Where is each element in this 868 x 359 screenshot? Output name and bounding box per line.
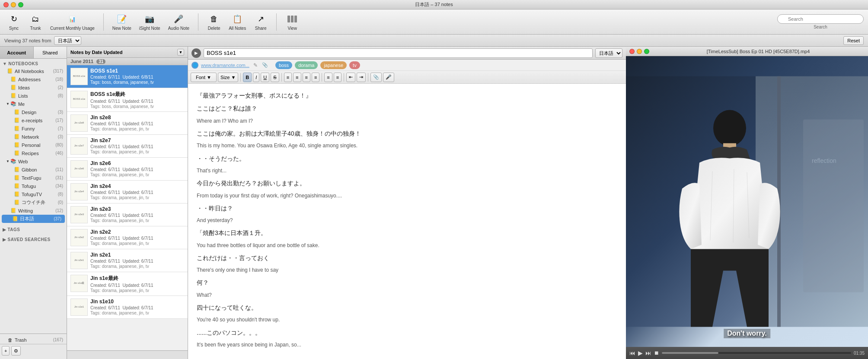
note-url[interactable]: www.dramanote.com... <box>201 63 249 68</box>
fast-forward-button[interactable]: ⏭ <box>645 349 651 356</box>
sidebar-item-lists[interactable]: 📒 Lists (8) <box>0 92 67 100</box>
notes-sort-button[interactable]: ▼ <box>177 49 184 56</box>
stop-button[interactable]: ⏹ <box>654 350 659 356</box>
content-japanese: 『最強アラフォー女刑事、ボスになる！』 <box>197 91 617 100</box>
note-item-0[interactable]: BOSS s1e BOSS s1e1 Created: 6/7/11 Updat… <box>67 65 188 88</box>
sidebar-item-web[interactable]: ▼ 📚 Web <box>0 157 67 165</box>
maximize-button[interactable] <box>18 2 23 7</box>
isight-note-button[interactable]: 📷 iSight Note <box>137 11 163 32</box>
mic-button[interactable]: 🎤 <box>383 73 394 82</box>
tag-boss[interactable]: boss <box>275 61 292 69</box>
content-english: There's only one thing I have to say <box>197 266 617 274</box>
sidebar-item-funny[interactable]: 📒 Funny (7) <box>0 124 67 133</box>
sidebar-item-network[interactable]: 📒 Network (3) <box>0 133 67 141</box>
notebook-stack-icon: 📚 <box>10 159 16 165</box>
strikethrough-button[interactable]: S <box>271 73 279 82</box>
sidebar-item-design[interactable]: 📒 Design (3) <box>0 108 67 116</box>
ol-list-button[interactable]: ≡ <box>334 73 341 82</box>
edit-url-button[interactable]: ✎ <box>252 62 259 69</box>
minimize-button[interactable] <box>11 2 16 7</box>
close-button[interactable] <box>3 2 9 7</box>
view-button[interactable]: View <box>283 11 302 32</box>
account-tab[interactable]: Account <box>0 47 34 58</box>
sidebar-item-trash[interactable]: 🗑 Trash (167) <box>0 336 67 344</box>
video-minimize-button[interactable] <box>637 49 642 54</box>
font-select-button[interactable]: Font ▼ <box>191 73 217 82</box>
rewind-button[interactable]: ⏮ <box>629 349 635 356</box>
sidebar-item-koichi[interactable]: 📒 コウイチ弁 (0) <box>0 198 67 207</box>
play-pause-button[interactable]: ▶ <box>638 349 643 356</box>
attachment-button[interactable]: 📎 <box>370 73 382 82</box>
tag-japanese[interactable]: japanese <box>320 61 347 69</box>
indent-decrease-button[interactable]: ⇤ <box>346 73 355 82</box>
search-container: 🔍 Search <box>777 14 864 29</box>
tags-bar: 🌐 www.dramanote.com... ✎ 📎 boss dorama j… <box>188 60 626 71</box>
ul-list-button[interactable]: ≡ <box>324 73 332 82</box>
sync-button[interactable]: ↻ Sync <box>4 11 23 32</box>
note-title: BOSS s1e最終 <box>90 91 184 98</box>
note-item-9[interactable]: Jin s1e最 Jin s1e最終 Created: 6/7/11 Updat… <box>67 272 188 296</box>
note-item-3[interactable]: Jin s2e7 Jin s2e7 Created: 6/7/11 Update… <box>67 135 188 158</box>
video-close-button[interactable] <box>629 49 635 54</box>
align-center-button[interactable]: ≡ <box>293 73 301 82</box>
note-item-1[interactable]: BOSS s1e BOSS s1e最終 Created: 6/7/11 Upda… <box>67 88 188 112</box>
window-buttons <box>3 2 23 7</box>
shared-tab[interactable]: Shared <box>34 47 67 58</box>
note-language-select[interactable]: 日本語 <box>595 48 622 58</box>
usage-button[interactable]: 📊 Current Monthly Usage <box>48 11 97 32</box>
align-left-button[interactable]: ≡ <box>284 73 292 82</box>
sidebar-item-textfugu[interactable]: 📒 TextFugu (31) <box>0 174 67 182</box>
justify-button[interactable]: ≡ <box>312 73 319 82</box>
bold-button[interactable]: B <box>243 73 252 82</box>
note-item-8[interactable]: Jin s2e1 Jin s2e1 Created: 6/7/11 Update… <box>67 249 188 272</box>
all-notes-button[interactable]: 📋 All Notes <box>226 11 249 32</box>
align-right-button[interactable]: ≡ <box>303 73 310 82</box>
attach-button[interactable]: 📎 <box>262 62 268 69</box>
reset-button[interactable]: Reset <box>843 36 864 45</box>
sidebar-item-personal[interactable]: 📒 Personal (80) <box>0 141 67 149</box>
sidebar-item-japanese[interactable]: 📒 日本語 (37) <box>2 215 65 223</box>
sidebar-item-tofugu[interactable]: 📒 Tofugu (34) <box>0 182 67 190</box>
underline-button[interactable]: U <box>261 73 269 82</box>
new-note-button[interactable]: 📝 New Note <box>110 11 134 32</box>
note-play-button[interactable]: ▶ <box>191 48 201 58</box>
search-input[interactable] <box>777 14 864 24</box>
tag-dorama[interactable]: dorama <box>295 61 318 69</box>
sidebar-item-me[interactable]: ▼ 📚 Me <box>0 100 67 108</box>
content-english: And yesterday? <box>197 216 617 225</box>
note-item-10[interactable]: Jin s1e1 Jin s1e10 Created: 6/7/11 Updat… <box>67 296 188 319</box>
content-english: That's right... <box>197 167 617 175</box>
italic-button[interactable]: I <box>253 73 259 82</box>
sidebar-item-gibbon[interactable]: 📒 Gibbon (11) <box>0 165 67 174</box>
share-button[interactable]: ↗ Share <box>251 11 270 32</box>
sidebar-item-writing[interactable]: 📒 Writing (12) <box>0 207 67 215</box>
fmt-sep-4 <box>344 73 344 82</box>
delete-button[interactable]: 🗑 Delete <box>204 11 223 32</box>
note-item-4[interactable]: Jin s2e6 Jin s2e6 Created: 6/7/11 Update… <box>67 158 188 181</box>
sidebar-item-ideas[interactable]: 📒 Ideas (2) <box>0 83 67 92</box>
notebook-select[interactable]: 日本語 <box>54 36 81 45</box>
note-item-5[interactable]: Jin s2e4 Jin s2e4 Created: 6/7/11 Update… <box>67 181 188 203</box>
note-title: Jin s2e8 <box>90 114 184 121</box>
audio-note-button[interactable]: 🎤 Audio Note <box>166 11 192 32</box>
sidebar-scroll: ▼ NOTEBOOKS 📒 All Notebooks (317) 📒 Addr… <box>0 59 67 334</box>
note-title-input[interactable] <box>204 48 593 58</box>
sidebar-item-all-notebooks[interactable]: 📒 All Notebooks (317) <box>0 67 67 75</box>
video-progress-bar[interactable] <box>662 352 851 354</box>
tag-tv[interactable]: tv <box>349 61 360 69</box>
add-notebook-button[interactable]: + <box>2 346 10 356</box>
settings-button[interactable]: ⚙ <box>11 346 21 356</box>
sidebar-item-recipes[interactable]: 📒 Recipes (46) <box>0 149 67 157</box>
sidebar-item-addresses[interactable]: 📒 Addresses (18) <box>0 75 67 83</box>
note-item-7[interactable]: Jin s2e2 Jin s2e2 Created: 6/7/11 Update… <box>67 226 188 249</box>
indent-increase-button[interactable]: ⇥ <box>357 73 366 82</box>
note-item-2[interactable]: Jin s2e8 Jin s2e8 Created: 6/7/11 Update… <box>67 112 188 135</box>
video-maximize-button[interactable] <box>644 49 649 54</box>
sidebar-item-tofugutv[interactable]: 📒 TofuguTV (8) <box>0 190 67 198</box>
size-select-button[interactable]: Size ▼ <box>218 73 238 82</box>
note-content-area[interactable]: 『最強アラフォー女刑事、ボスになる！』ここはどこ？私は誰？Where am I?… <box>188 84 626 359</box>
note-item-6[interactable]: Jin s2e3 Jin s2e3 Created: 6/7/11 Update… <box>67 203 188 226</box>
trunk-button[interactable]: 🗂 Trunk <box>26 11 45 32</box>
notebook-icon: 📒 <box>14 183 20 189</box>
sidebar-item-ereceipts[interactable]: 📒 e-receipts (17) <box>0 116 67 124</box>
